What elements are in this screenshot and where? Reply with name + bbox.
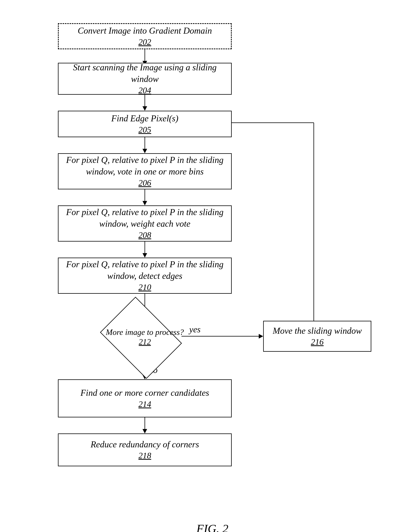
svg-marker-5 — [143, 149, 147, 153]
node-202: Convert Image into Gradient Domain 202 — [58, 23, 232, 49]
node-218: Reduce redundancy of corners 218 — [58, 434, 232, 466]
node-206: For pixel Q, relative to pixel P in the … — [58, 153, 232, 189]
svg-marker-3 — [143, 106, 147, 111]
svg-marker-7 — [143, 201, 147, 205]
node-214: Find one or more corner candidates 214 — [58, 379, 232, 417]
svg-marker-9 — [143, 253, 147, 258]
figure-caption: FIG. 2 — [39, 522, 386, 532]
svg-marker-13 — [259, 334, 263, 339]
flowchart-container: yes no Convert Image into Gradient Domai… — [39, 12, 386, 532]
node-212-diamond: More image to process? 212 — [108, 313, 182, 361]
node-208: For pixel Q, relative to pixel P in the … — [58, 205, 232, 242]
svg-text:yes: yes — [188, 325, 201, 334]
node-205: Find Edge Pixel(s) 205 — [58, 111, 232, 137]
node-210: For pixel Q, relative to pixel P in the … — [58, 258, 232, 294]
svg-marker-22 — [143, 429, 147, 434]
node-216: Move the sliding window 216 — [263, 321, 371, 352]
node-204: Start scanning the Image using a sliding… — [58, 63, 232, 95]
